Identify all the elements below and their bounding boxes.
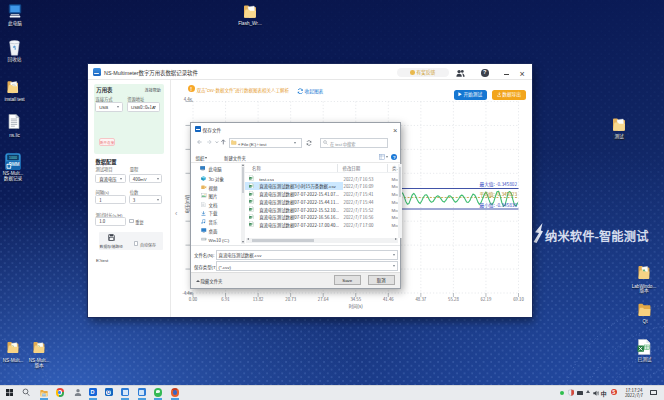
svg-text:最小值: -0.345830: 最小值: -0.345830 [479, 202, 517, 209]
svg-text:1000: 1000 [9, 155, 17, 160]
svg-text:20.73: 20.73 [285, 296, 296, 302]
svg-text:4.4K: 4.4K [184, 96, 193, 102]
svg-text:最大值: -0.345802: 最大值: -0.345802 [479, 181, 517, 188]
svg-text:34.55: 34.55 [350, 296, 361, 302]
svg-text:-4.4K: -4.4K [182, 290, 192, 296]
svg-text:41.46: 41.46 [383, 296, 394, 302]
svg-text:48.37: 48.37 [415, 296, 426, 302]
svg-text:27.64: 27.64 [318, 296, 329, 302]
svg-text:时间(s): 时间(s) [349, 303, 364, 310]
svg-text:6.91: 6.91 [221, 296, 230, 302]
svg-text:平均值: -0.345823: 平均值: -0.345823 [479, 191, 517, 198]
svg-text:0.00: 0.00 [189, 296, 198, 302]
svg-text:62.19: 62.19 [481, 296, 492, 302]
svg-text:69.10: 69.10 [513, 296, 524, 302]
svg-text:13.82: 13.82 [253, 296, 264, 302]
svg-text:55.28: 55.28 [448, 296, 459, 302]
